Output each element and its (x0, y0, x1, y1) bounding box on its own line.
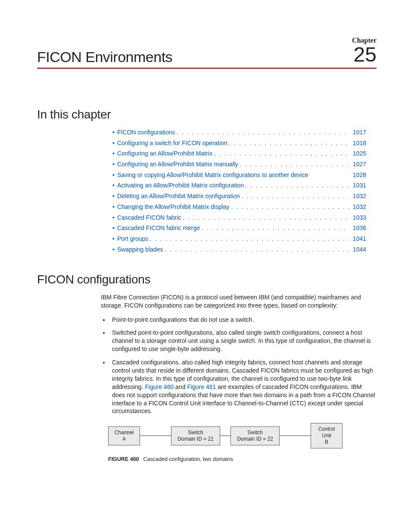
toc-page-number[interactable]: 1017 (349, 128, 366, 136)
diagram-connector (280, 436, 295, 436)
figure-460-diagram: Channel A Switch Domain ID = 21 Switch D… (108, 423, 377, 448)
toc-page-number[interactable]: 1027 (349, 160, 366, 168)
toc-leader-dots (244, 181, 349, 189)
bullet-icon: • (112, 192, 115, 200)
diagram-box-channel-a: Channel A (108, 426, 140, 445)
toc-leader-dots (175, 128, 349, 136)
toc-entry[interactable]: •Activating an Allow/Prohibit Matrix con… (112, 181, 377, 189)
list-item-text: and (174, 383, 187, 390)
diagram-label: Switch (176, 429, 215, 436)
toc-leader-dots (181, 214, 349, 221)
intro-paragraph: IBM Fibre Connection (FICON) is a protoc… (101, 293, 377, 310)
toc-link-label[interactable]: Deleting an Allow/Prohibit Matrix config… (117, 192, 240, 200)
toc-page-number[interactable]: 1028 (349, 171, 366, 179)
toc-page-number[interactable]: 1036 (349, 224, 366, 232)
toc-entry[interactable]: •Changing the Allow/Prohibit Matrix disp… (112, 203, 377, 211)
toc-entry[interactable]: •Configuring an Allow/Prohibit Matrix102… (112, 149, 377, 157)
toc-entry[interactable]: •Saving or copying Allow/Prohibit Matrix… (112, 171, 377, 179)
diagram-label: A (113, 436, 135, 442)
list-item: Point-to-point configurations that do no… (109, 316, 377, 324)
figure-link-461[interactable]: Figure 461 (187, 383, 216, 390)
diagram-label: B (315, 439, 338, 445)
diagram-connector (140, 436, 156, 436)
toc-entry[interactable]: •Port groups1041 (112, 235, 377, 243)
toc-leader-dots (163, 246, 349, 253)
bullet-icon: • (112, 149, 115, 157)
toc-leader-dots (200, 224, 349, 232)
toc-page-number[interactable]: 1025 (349, 149, 366, 157)
bullet-icon: • (112, 181, 115, 189)
toc-leader-dots (238, 160, 349, 168)
toc-leader-dots (227, 139, 349, 147)
toc-link-label[interactable]: Cascaded FICON fabric merge (117, 224, 200, 232)
diagram-label: Control (315, 426, 338, 432)
toc-link-label[interactable]: Cascaded FICON fabric (117, 214, 181, 221)
bullet-icon: • (112, 128, 115, 136)
diagram-connector (295, 436, 311, 436)
toc-entry[interactable]: •Cascaded FICON fabric merge1036 (112, 224, 377, 232)
toc-link-label[interactable]: FICON configurations (117, 128, 175, 136)
figure-caption-text: Cascaded configuration, two domains (143, 456, 233, 462)
toc-page-number[interactable]: 1018 (349, 139, 366, 147)
bullet-icon: • (112, 224, 115, 232)
bullet-icon: • (112, 171, 115, 179)
page: FICON Environments Chapter 25 In this ch… (0, 0, 411, 532)
toc-link-label[interactable]: Configuring a switch for FICON operation (117, 139, 227, 147)
toc-entry[interactable]: •Swapping blades1044 (112, 246, 377, 253)
toc-page-number[interactable]: 1032 (349, 203, 366, 211)
toc-entry[interactable]: •FICON configurations1017 (112, 128, 377, 136)
diagram-label: Unit (315, 432, 338, 439)
bullet-icon: • (112, 203, 115, 211)
toc-page-number[interactable]: 1044 (349, 246, 366, 253)
bullet-icon: • (112, 160, 115, 168)
chapter-number: 25 (352, 44, 377, 65)
toc-page-number[interactable]: 1031 (349, 181, 366, 189)
bullet-icon: • (112, 214, 115, 221)
figure-link-460[interactable]: Figure 460 (145, 383, 174, 390)
chapter-number-block: Chapter 25 (352, 37, 377, 65)
diagram-box-switch-22: Switch Domain ID = 22 (230, 426, 280, 445)
toc-page-number[interactable]: 1041 (349, 235, 366, 243)
toc-entry[interactable]: •Cascaded FICON fabric1033 (112, 214, 377, 221)
chapter-title: FICON Environments (37, 49, 172, 65)
toc-page-number[interactable]: 1032 (349, 192, 366, 200)
list-item: Switched point-to-point configurations, … (109, 329, 377, 353)
section-heading-in-this-chapter: In this chapter (37, 108, 377, 121)
diagram-connector (220, 436, 230, 436)
bullet-icon: • (112, 139, 115, 147)
figure-number: FIGURE 460 (108, 456, 139, 462)
toc-page-number[interactable]: 1033 (349, 214, 366, 221)
toc-link-label[interactable]: Changing the Allow/Prohibit Matrix displ… (117, 203, 230, 211)
toc-entry[interactable]: •Configuring an Allow/Prohibit Matrix ma… (112, 160, 377, 168)
diagram-label: Switch (235, 429, 275, 436)
table-of-contents: •FICON configurations1017•Configuring a … (112, 128, 377, 253)
toc-link-label[interactable]: Saving or copying Allow/Prohibit Matrix … (117, 171, 308, 179)
diagram-label: Domain ID = 21 (176, 436, 215, 442)
toc-leader-dots (212, 149, 349, 157)
diagram-label: Channel (113, 429, 135, 436)
figure-caption: FIGURE 460Cascaded configuration, two do… (108, 456, 377, 462)
diagram-box-control-unit-b: Control Unit B (311, 423, 342, 448)
toc-entry[interactable]: •Deleting an Allow/Prohibit Matrix confi… (112, 192, 377, 200)
toc-entry[interactable]: •Configuring a switch for FICON operatio… (112, 139, 377, 147)
toc-link-label[interactable]: Configuring an Allow/Prohibit Matrix man… (117, 160, 238, 168)
toc-leader-dots (230, 203, 349, 211)
bullet-icon: • (112, 246, 115, 253)
chapter-header: FICON Environments Chapter 25 (37, 37, 377, 69)
toc-link-label[interactable]: Swapping blades (117, 246, 163, 253)
diagram-box-switch-21: Switch Domain ID = 21 (171, 426, 220, 445)
toc-leader-dots (240, 192, 349, 200)
toc-link-label[interactable]: Activating an Allow/Prohibit Matrix conf… (117, 181, 244, 189)
list-item: Cascaded configurations, also called hig… (109, 358, 377, 415)
diagram-label: Domain ID = 22 (235, 436, 275, 442)
toc-leader-dots (148, 235, 349, 243)
diagram-connector (156, 436, 171, 436)
config-types-list: Point-to-point configurations that do no… (101, 316, 377, 416)
toc-link-label[interactable]: Port groups (117, 235, 148, 243)
toc-link-label[interactable]: Configuring an Allow/Prohibit Matrix (117, 149, 212, 157)
bullet-icon: • (112, 235, 115, 243)
section-heading-ficon-configurations: FICON configurations (37, 273, 377, 286)
